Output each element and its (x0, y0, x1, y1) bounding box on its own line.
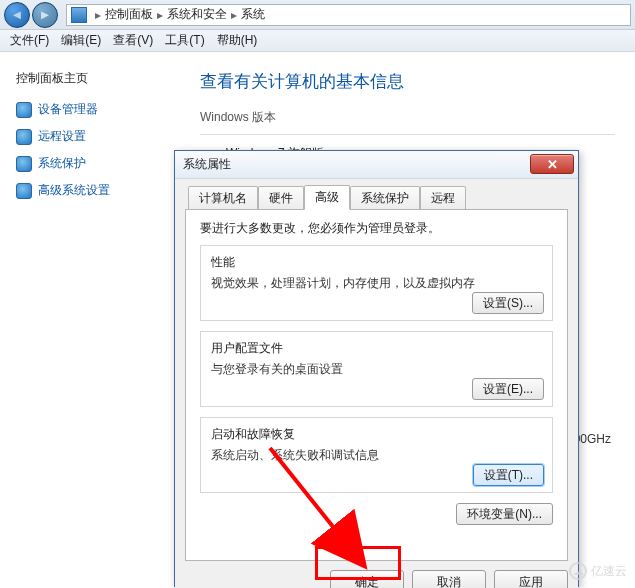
tab-panel-advanced: 要进行大多数更改，您必须作为管理员登录。 性能 视觉效果，处理器计划，内存使用，… (185, 209, 568, 561)
group-desc: 视觉效果，处理器计划，内存使用，以及虚拟内存 (211, 275, 542, 292)
env-row: 环境变量(N)... (200, 503, 553, 525)
breadcrumb-item[interactable]: 控制面板 (105, 6, 153, 23)
tab-advanced[interactable]: 高级 (304, 185, 350, 210)
sidebar-link-remote-settings[interactable]: 远程设置 (16, 128, 180, 145)
dialog-title-text: 系统属性 (183, 156, 231, 173)
nav-back-button[interactable]: ◄ (4, 2, 30, 28)
address-bar: ◄ ► ▸ 控制面板 ▸ 系统和安全 ▸ 系统 (0, 0, 635, 30)
nav-forward-button[interactable]: ► (32, 2, 58, 28)
dialog-titlebar[interactable]: 系统属性 ✕ (175, 151, 578, 179)
tab-strip: 计算机名 硬件 高级 系统保护 远程 (185, 185, 568, 209)
startup-settings-button[interactable]: 设置(T)... (473, 464, 544, 486)
menu-help[interactable]: 帮助(H) (211, 30, 264, 51)
control-panel-icon (71, 7, 87, 23)
tab-hardware[interactable]: 硬件 (258, 186, 304, 210)
tab-remote[interactable]: 远程 (420, 186, 466, 210)
group-performance: 性能 视觉效果，处理器计划，内存使用，以及虚拟内存 设置(S)... (200, 245, 553, 321)
system-properties-dialog: 系统属性 ✕ 计算机名 硬件 高级 系统保护 远程 要进行大多数更改，您必须作为… (174, 150, 579, 587)
chevron-right-icon: ▸ (231, 8, 237, 22)
group-startup-recovery: 启动和故障恢复 系统启动、系统失败和调试信息 设置(T)... (200, 417, 553, 493)
menu-edit[interactable]: 编辑(E) (55, 30, 107, 51)
chevron-right-icon: ▸ (157, 8, 163, 22)
menu-tools[interactable]: 工具(T) (159, 30, 210, 51)
breadcrumb-item[interactable]: 系统 (241, 6, 265, 23)
menu-view[interactable]: 查看(V) (107, 30, 159, 51)
group-desc: 系统启动、系统失败和调试信息 (211, 447, 542, 464)
environment-variables-button[interactable]: 环境变量(N)... (456, 503, 553, 525)
group-desc: 与您登录有关的桌面设置 (211, 361, 542, 378)
ok-button[interactable]: 确定 (330, 570, 404, 588)
close-button[interactable]: ✕ (530, 154, 574, 174)
menu-bar: 文件(F) 编辑(E) 查看(V) 工具(T) 帮助(H) (0, 30, 635, 52)
shield-icon (16, 156, 32, 172)
control-panel-home-link[interactable]: 控制面板主页 (16, 70, 180, 87)
group-title: 性能 (211, 254, 542, 271)
tab-system-protection[interactable]: 系统保护 (350, 186, 420, 210)
shield-icon (16, 129, 32, 145)
group-user-profiles: 用户配置文件 与您登录有关的桌面设置 设置(E)... (200, 331, 553, 407)
cancel-button[interactable]: 取消 (412, 570, 486, 588)
sidebar-link-device-manager[interactable]: 设备管理器 (16, 101, 180, 118)
group-title: 用户配置文件 (211, 340, 542, 357)
dialog-button-row: 确定 取消 应用 (175, 561, 578, 588)
cloud-icon: ☁ (569, 562, 587, 580)
page-title: 查看有关计算机的基本信息 (200, 70, 615, 93)
apply-button[interactable]: 应用 (494, 570, 568, 588)
shield-icon (16, 183, 32, 199)
breadcrumb[interactable]: ▸ 控制面板 ▸ 系统和安全 ▸ 系统 (66, 4, 631, 26)
divider (200, 134, 615, 135)
chevron-right-icon: ▸ (95, 8, 101, 22)
dialog-body: 计算机名 硬件 高级 系统保护 远程 要进行大多数更改，您必须作为管理员登录。 … (175, 179, 578, 561)
left-pane: 控制面板主页 设备管理器 远程设置 系统保护 高级系统设置 (0, 52, 180, 588)
performance-settings-button[interactable]: 设置(S)... (472, 292, 544, 314)
tab-computer-name[interactable]: 计算机名 (188, 186, 258, 210)
menu-file[interactable]: 文件(F) (4, 30, 55, 51)
sidebar-link-advanced-system-settings[interactable]: 高级系统设置 (16, 182, 180, 199)
profile-settings-button[interactable]: 设置(E)... (472, 378, 544, 400)
sidebar-link-system-protection[interactable]: 系统保护 (16, 155, 180, 172)
breadcrumb-item[interactable]: 系统和安全 (167, 6, 227, 23)
shield-icon (16, 102, 32, 118)
watermark: ☁ 亿速云 (569, 562, 627, 580)
section-windows-edition: Windows 版本 (200, 109, 615, 126)
group-title: 启动和故障恢复 (211, 426, 542, 443)
admin-tip-text: 要进行大多数更改，您必须作为管理员登录。 (200, 220, 553, 237)
